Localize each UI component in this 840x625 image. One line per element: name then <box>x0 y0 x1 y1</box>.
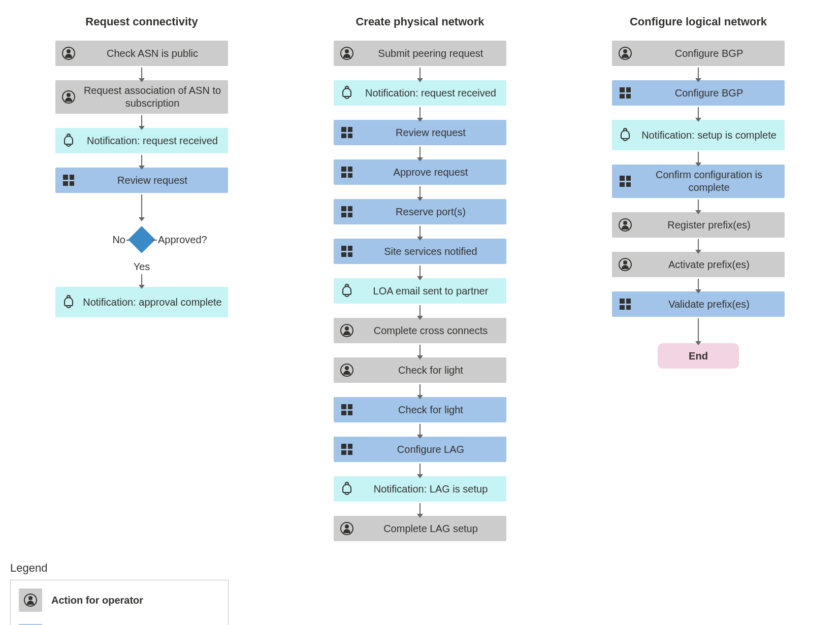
arrow-down-icon <box>698 107 699 118</box>
step-label: Complete cross connects <box>361 325 500 337</box>
flow-step: Reserve port(s) <box>334 199 506 224</box>
person-icon <box>340 522 353 535</box>
arrow-down-icon <box>698 279 699 290</box>
person-icon <box>340 364 353 377</box>
arrow-down-icon <box>698 68 699 79</box>
step-label: Notification: LAG is setup <box>361 483 500 495</box>
person-icon <box>340 47 353 60</box>
step-icon <box>340 482 354 496</box>
step-label: Notification: setup is complete <box>639 129 779 142</box>
column-configure-logical-network: Configure logical network Configure BGPC… <box>567 15 830 369</box>
step-icon <box>340 125 354 140</box>
step-icon <box>618 86 632 100</box>
arrow-down-icon <box>419 68 421 79</box>
step-label: Confirm configuration is complete <box>639 169 779 194</box>
step-icon <box>340 165 354 179</box>
step-label: Reserve port(s) <box>361 206 500 218</box>
flow-step: Check for light <box>334 357 506 383</box>
grid-icon <box>341 404 352 415</box>
grid-icon <box>341 127 352 138</box>
step-label: Check ASN is public <box>83 48 222 59</box>
step-icon <box>618 218 632 232</box>
person-icon <box>62 90 75 104</box>
step-label: Request association of ASN to subscripti… <box>83 84 222 110</box>
arrow-down-icon <box>419 384 421 396</box>
flow-step: Notification: request received <box>55 128 228 153</box>
step-icon <box>618 46 632 60</box>
bell-icon <box>621 130 630 139</box>
diamond-icon <box>128 226 155 253</box>
arrow-down-icon <box>419 266 421 277</box>
bell-icon <box>342 286 351 295</box>
legend-label: Action for operator <box>51 595 143 606</box>
arrow-down-icon <box>698 200 699 211</box>
step-label: Notification: request received <box>361 87 500 99</box>
step-icon <box>618 174 632 188</box>
flow-step: LOA email sent to partner <box>334 278 506 304</box>
step-label: Configure BGP <box>639 87 779 99</box>
column-create-physical-network: Create physical network Submit peering r… <box>288 15 552 541</box>
arrow-down-icon <box>698 152 699 163</box>
step-label: Submit peering request <box>361 48 500 59</box>
step-label: Configure BGP <box>639 48 779 59</box>
grid-icon <box>620 87 631 98</box>
flow-step: Check for light <box>334 397 506 422</box>
flow-step: Submit peering request <box>334 41 506 66</box>
flow-step: Activate prefix(es) <box>612 252 785 277</box>
flow-step: Notification: LAG is setup <box>334 476 506 502</box>
column-title-3: Configure logical network <box>630 15 767 28</box>
legend-row: Action for operator <box>19 588 220 612</box>
person-icon <box>340 324 353 337</box>
person-icon <box>619 218 632 232</box>
person-icon <box>62 47 75 60</box>
arrow-down-icon <box>419 226 421 237</box>
flow-step: Site services notified <box>334 239 506 264</box>
step-label: Notification: request received <box>83 135 222 147</box>
flow-step: Approve request <box>334 159 506 185</box>
arrow-down-icon <box>141 68 142 79</box>
step-icon <box>61 90 76 104</box>
step-icon <box>340 244 354 258</box>
person-icon <box>619 258 632 271</box>
step-label: Complete LAG setup <box>361 523 500 535</box>
end-node: End <box>658 343 739 369</box>
step-label: Approve request <box>361 167 500 178</box>
grid-icon <box>620 299 631 310</box>
flow-step: Check ASN is public <box>55 41 228 66</box>
flow-step: Register prefix(es) <box>612 212 785 238</box>
legend-swatch <box>19 588 42 612</box>
decision-question-label: Approved? <box>158 234 207 246</box>
step-icon <box>340 521 354 536</box>
step-icon <box>340 284 354 298</box>
arrow-down-icon <box>698 239 699 250</box>
decision-approved: No Approved? <box>55 219 228 260</box>
arrow-down-icon <box>141 274 142 285</box>
step-icon <box>340 403 354 417</box>
bell-icon <box>64 136 73 145</box>
grid-icon <box>341 246 352 257</box>
flow-step: Complete LAG setup <box>334 516 506 541</box>
step-label: LOA email sent to partner <box>361 285 500 297</box>
step-label: Review request <box>83 175 222 186</box>
step-label: Register prefix(es) <box>639 219 779 231</box>
decision-yes-label: Yes <box>134 261 150 273</box>
flowchart-canvas: Request connectivity Check ASN is public… <box>10 15 830 625</box>
step-icon <box>340 46 354 60</box>
step-label: Check for light <box>361 365 500 376</box>
flow-step: Validate prefix(es) <box>612 291 785 317</box>
step-icon <box>61 134 76 148</box>
arrow-down-icon <box>419 424 421 435</box>
arrow-down-icon <box>141 194 142 218</box>
flow-step: Configure LAG <box>334 437 506 462</box>
flow-step: Configure BGP <box>612 80 785 106</box>
step-icon <box>61 173 76 187</box>
column-title-1: Request connectivity <box>85 15 198 28</box>
step-label: Review request <box>361 127 500 139</box>
legend: Legend Action for operatorAction for Mic… <box>10 562 229 625</box>
grid-icon <box>341 444 352 455</box>
flow-step: Complete cross connects <box>334 318 506 343</box>
step-icon <box>340 323 354 338</box>
grid-icon <box>620 176 631 187</box>
step-icon <box>618 128 632 142</box>
grid-icon <box>63 175 74 186</box>
